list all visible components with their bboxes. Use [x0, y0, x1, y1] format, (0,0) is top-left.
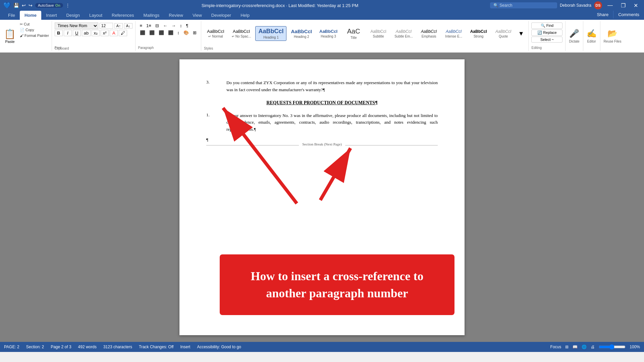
- view-web-icon[interactable]: 🌐: [582, 345, 587, 349]
- tab-help[interactable]: Help: [236, 11, 254, 20]
- view-normal-icon[interactable]: ⊞: [565, 345, 569, 349]
- style-heading3[interactable]: AaBbCcI Heading 3: [316, 27, 340, 40]
- styles-more-button[interactable]: ▼: [517, 29, 526, 38]
- minimize-button[interactable]: —: [605, 2, 615, 8]
- tab-home[interactable]: Home: [20, 11, 41, 20]
- decrease-indent[interactable]: ←: [161, 22, 169, 29]
- tab-insert[interactable]: Insert: [41, 11, 62, 20]
- close-button[interactable]: ✕: [631, 2, 641, 9]
- tab-layout[interactable]: Layout: [85, 11, 107, 20]
- replace-button[interactable]: 🔄 Replace: [531, 29, 562, 36]
- multilevel-button[interactable]: ⊟: [154, 22, 161, 29]
- user-name: Deborah Savadra: [560, 3, 591, 8]
- style-subtle-em[interactable]: AaBbCcI Subtle Em...: [391, 27, 416, 40]
- tab-review[interactable]: Review: [164, 11, 188, 20]
- list-row: ≡ 1≡ ⊟ ← → ↕ ¶: [138, 22, 190, 29]
- style-heading1[interactable]: AaBbCcI Heading 1: [255, 26, 286, 41]
- style-strong[interactable]: AaBbCcI Strong: [467, 27, 490, 40]
- style-subtle-em-preview: AaBbCcI: [396, 29, 412, 34]
- style-subtle-em-label: Subtle Em...: [394, 35, 413, 38]
- subscript-button[interactable]: x₂: [92, 30, 100, 36]
- user-avatar: DS: [594, 1, 602, 9]
- reuse-label: Reuse Files: [604, 40, 622, 43]
- style-emphasis[interactable]: AaBbCcI Emphasis: [417, 27, 441, 40]
- style-title-preview: AaC: [347, 27, 360, 35]
- group-reuse: 📂 Reuse Files: [600, 21, 625, 51]
- tab-design[interactable]: Design: [62, 11, 85, 20]
- quick-access-redo[interactable]: ↪: [29, 3, 33, 8]
- sort-button[interactable]: ↕: [178, 22, 184, 29]
- strikethrough-button[interactable]: ab: [82, 30, 91, 36]
- tab-view[interactable]: View: [188, 11, 207, 20]
- clipboard-small-actions: ✂ Cut 📄 Copy 🖌 Format Painter: [18, 22, 50, 50]
- filename: Simple-interrogatory-crossreferencing.do…: [202, 3, 285, 8]
- style-intense-em[interactable]: AaBbCcI Intense E...: [442, 27, 466, 40]
- view-read-icon[interactable]: 📖: [573, 345, 578, 349]
- style-subtitle-preview: AaBbCcI: [371, 29, 386, 34]
- font-size-decrease[interactable]: A↓: [124, 23, 132, 28]
- superscript-button[interactable]: x²: [101, 30, 109, 36]
- bold-button[interactable]: B: [55, 30, 63, 36]
- ribbon: 📋 Paste ✂ Cut 📄 Copy 🖌 Format Painter Cl…: [0, 20, 644, 53]
- font-size-input[interactable]: [100, 23, 113, 29]
- ribbon-tabs: File Home Insert Design Layout Reference…: [0, 11, 644, 20]
- search-bar[interactable]: 🔍 Search: [490, 2, 557, 8]
- style-heading2-preview: AaBbCcI: [291, 28, 312, 34]
- select-button[interactable]: Select ~: [531, 37, 562, 43]
- title-bar-right: 🔍 Search Deborah Savadra DS — ❐ ✕: [490, 1, 641, 9]
- autosave-state[interactable]: On: [55, 3, 60, 7]
- quick-access-undo[interactable]: ↩: [22, 3, 26, 8]
- style-heading2[interactable]: AaBbCcI Heading 2: [288, 27, 315, 40]
- tab-file[interactable]: File: [3, 11, 20, 20]
- paste-button[interactable]: 📋 Paste: [1, 22, 18, 50]
- tab-references[interactable]: References: [107, 11, 139, 20]
- align-justify[interactable]: ⬛: [166, 29, 175, 36]
- document-heading: REQUESTS FOR PRODUCTION OF DOCUMENTS¶: [206, 100, 438, 106]
- borders[interactable]: ⊞: [191, 29, 198, 36]
- view-print-icon[interactable]: 🖨: [591, 345, 595, 349]
- style-subtitle[interactable]: AaBbCcI Subtitle: [367, 27, 390, 40]
- svg-line-3: [320, 148, 351, 200]
- zoom-slider[interactable]: [599, 344, 626, 350]
- tab-developer[interactable]: Developer: [207, 11, 236, 20]
- style-quote[interactable]: AaBbCcI Quote: [492, 27, 515, 40]
- align-left[interactable]: ⬛: [138, 29, 147, 36]
- reuse-icon[interactable]: 📂: [607, 29, 618, 38]
- copy-button[interactable]: 📄 Copy: [18, 27, 50, 33]
- find-button[interactable]: 🔍 Find: [531, 22, 562, 29]
- align-center[interactable]: ⬛: [148, 29, 156, 36]
- restore-button[interactable]: ❐: [618, 2, 628, 9]
- style-normal[interactable]: AaBbCcI ↵ Normal: [204, 27, 227, 40]
- style-title[interactable]: AaC Title: [342, 26, 365, 41]
- style-intense-em-label: Intense E...: [445, 35, 462, 38]
- title-bar-left: 💙 💾 ↩ ↪ AutoSave On ⋮: [3, 2, 70, 9]
- editor-icon[interactable]: ✍: [587, 29, 597, 38]
- text-color-button[interactable]: A: [110, 30, 118, 36]
- dictate-icon[interactable]: 🎤: [569, 29, 579, 38]
- underline-button[interactable]: U: [73, 30, 81, 36]
- font-size-increase[interactable]: A↑: [114, 23, 123, 28]
- style-no-spacing[interactable]: AaBbCcI ↵ No Spac...: [229, 27, 254, 40]
- align-right[interactable]: ⬛: [157, 29, 166, 36]
- bullets-button[interactable]: ≡: [138, 22, 144, 29]
- quick-access-save[interactable]: 💾: [13, 3, 19, 8]
- highlight-button[interactable]: 🖊: [119, 30, 127, 36]
- group-styles: AaBbCcI ↵ Normal AaBbCcI ↵ No Spac... Aa…: [201, 21, 529, 51]
- quick-access-more[interactable]: ⋮: [66, 3, 70, 8]
- format-painter-button[interactable]: 🖌 Format Painter: [18, 33, 50, 38]
- share-button[interactable]: Share: [592, 11, 613, 18]
- line-spacing[interactable]: ↕: [176, 29, 181, 36]
- font-family-select[interactable]: Times New Rom: [55, 22, 98, 29]
- tab-mailings[interactable]: Mailings: [139, 11, 164, 20]
- comments-button[interactable]: Comments: [613, 11, 644, 18]
- numbering-button[interactable]: 1≡: [145, 22, 153, 29]
- increase-indent[interactable]: →: [170, 22, 177, 29]
- show-formatting[interactable]: ¶: [184, 22, 190, 29]
- focus-label[interactable]: Focus: [550, 345, 561, 349]
- annotation-box: How to insert a cross-reference to anoth…: [220, 254, 454, 315]
- style-title-label: Title: [351, 36, 357, 40]
- document-page[interactable]: 3. Do you contend that ZYX Corporation o…: [179, 59, 465, 335]
- italic-button[interactable]: I: [64, 30, 72, 36]
- shading[interactable]: 🎨: [182, 29, 191, 36]
- cut-button[interactable]: ✂ Cut: [18, 22, 50, 27]
